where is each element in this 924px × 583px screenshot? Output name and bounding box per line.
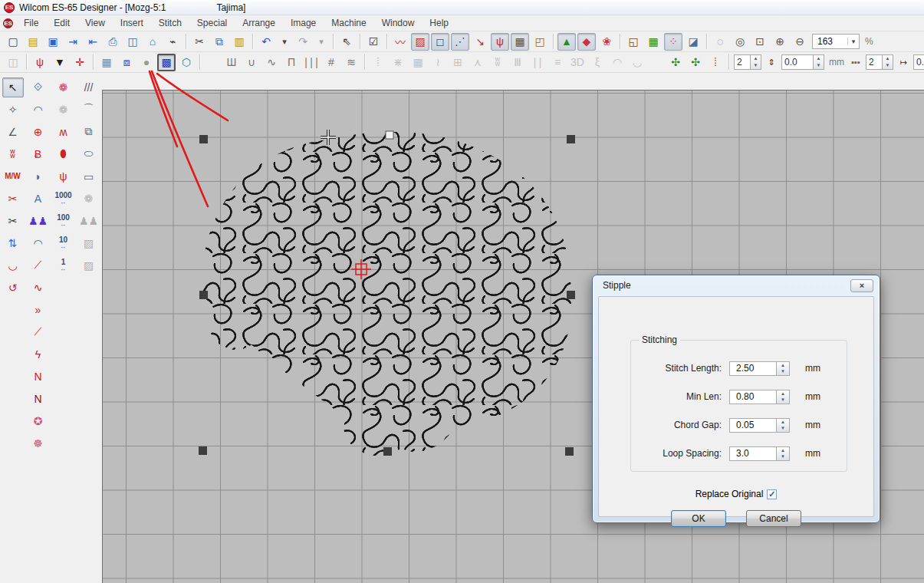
rotate-tool[interactable]: ↺	[2, 278, 24, 298]
fractal-fill[interactable]: ξ	[588, 54, 607, 71]
layer-count[interactable]: 2▲▼	[734, 54, 761, 70]
dialog-close-button[interactable]: ×	[850, 279, 873, 292]
select-object[interactable]: ⇖	[337, 33, 356, 51]
3d-warp[interactable]: 3D	[568, 54, 587, 71]
bean-stitch[interactable]: ⬮	[53, 144, 74, 164]
program-split[interactable]: ʬ	[488, 54, 507, 71]
stitch-length-spinner[interactable]: ▲▼	[777, 361, 790, 376]
print-preview[interactable]: ◫	[123, 33, 142, 51]
figures-disabled[interactable]: ♟♟	[78, 211, 100, 231]
print[interactable]: ⎙	[104, 33, 122, 51]
run-length[interactable]: 0.0▲▼	[913, 54, 924, 70]
chain-input[interactable]: ∿	[28, 278, 49, 298]
offset-outlines[interactable]: ⧈	[117, 54, 136, 71]
show-outlines[interactable]: ◻	[431, 33, 449, 51]
menu-arrange[interactable]: Arrange	[235, 16, 283, 30]
lattice-fill[interactable]: ⊞	[449, 54, 467, 71]
rectangle-tool[interactable]: ▭	[78, 166, 100, 186]
menu-stitch[interactable]: Stitch	[151, 16, 189, 30]
connect-machine[interactable]: ⌁	[163, 33, 182, 51]
show-threads[interactable]: 〰	[391, 33, 409, 51]
texture-1[interactable]: ▨	[78, 233, 100, 253]
loop-spacing-input[interactable]: 3.0	[729, 446, 777, 461]
texture-2[interactable]: ▨	[78, 255, 100, 275]
ok-button[interactable]: OK	[671, 510, 726, 527]
parallel-weave[interactable]: ///	[78, 77, 100, 97]
stitch-spacing[interactable]: 0.0▲▼	[781, 54, 824, 70]
show-hoop[interactable]: ◰	[531, 33, 549, 51]
menu-special[interactable]: Special	[189, 16, 235, 30]
min-len-input[interactable]: 0.80	[729, 390, 777, 404]
feather-stitch[interactable]: ⋏	[469, 54, 487, 71]
menu-view[interactable]: View	[77, 16, 113, 30]
remove-overlaps[interactable]: Ƀ	[28, 144, 49, 164]
zoom-1to1[interactable]: ◌	[711, 33, 729, 51]
line-reshape[interactable]: ⟋	[28, 255, 49, 275]
buttonhole-tool[interactable]: ✪	[28, 411, 49, 431]
fan-tool[interactable]: ◡	[2, 255, 24, 275]
grid-fill[interactable]: #	[322, 54, 340, 71]
selection-handle-mid-right[interactable]	[567, 291, 575, 299]
zoom-in[interactable]: ⊕	[771, 33, 789, 51]
stitch-ratio[interactable]: M/W	[2, 166, 24, 186]
save-design[interactable]: ▣	[44, 33, 62, 51]
run-line[interactable]: ⟋	[28, 322, 49, 342]
show-grid[interactable]: ▦	[511, 33, 529, 51]
write-to-card[interactable]: ⇤	[84, 33, 102, 51]
zoom-10[interactable]: 10↔	[53, 233, 74, 253]
line-fill[interactable]: ∣∣∣	[302, 54, 321, 71]
replace-original-checkbox[interactable]: ✓	[767, 489, 777, 499]
zigzag-line[interactable]: ϟ	[28, 344, 49, 364]
spinner-arrows[interactable]: ▲▼	[814, 54, 824, 70]
open-design[interactable]: ▤	[24, 33, 42, 51]
send-to-machine[interactable]: ⌂	[143, 33, 162, 51]
fancy-fill[interactable]: ⋇	[389, 54, 407, 71]
ring-fill[interactable]: ◡	[628, 54, 646, 71]
cut[interactable]: ✂	[190, 33, 209, 51]
radial-fill[interactable]: ☸	[28, 433, 49, 453]
select-tool[interactable]: ↖	[2, 77, 24, 97]
flexi-split[interactable]: Ⅲ	[508, 54, 527, 71]
triple-run[interactable]: »	[28, 300, 49, 320]
reshape-tool[interactable]: ⟐	[28, 77, 49, 97]
stitch-spacing-icon[interactable]: ⇕	[764, 54, 779, 71]
open-shape-tool[interactable]: ∠	[2, 122, 24, 142]
complex-fill[interactable]: ⧉	[78, 122, 100, 142]
show-needle-points[interactable]: ⋰	[451, 33, 469, 51]
selection-handle-bottom-left[interactable]	[199, 446, 207, 455]
redo-menu[interactable]: ▾	[314, 33, 329, 51]
morphing-b[interactable]: ✣	[686, 54, 705, 71]
menu-edit[interactable]: Edit	[46, 16, 77, 30]
zoom-box[interactable]: ⊡	[751, 33, 769, 51]
auto-apply-check[interactable]: ☑	[364, 33, 383, 51]
min-len-spinner[interactable]: ▲▼	[777, 390, 790, 404]
closed-shape[interactable]: ⬡	[177, 54, 196, 71]
contour-fill[interactable]: ≡	[548, 54, 567, 71]
selection-handle-bottom-center[interactable]	[383, 447, 392, 456]
ellipse-tool[interactable]: ⬭	[78, 144, 100, 164]
stitch-length-input[interactable]: 2.50	[729, 361, 777, 376]
applique-tool[interactable]: ◗	[28, 166, 49, 186]
hoop-layout[interactable]: ◫	[4, 54, 22, 71]
selection-handle-bottom-right[interactable]	[565, 447, 574, 456]
arc-parallel[interactable]: ⌒	[78, 100, 100, 120]
menu-help[interactable]: Help	[422, 16, 456, 30]
fork-spacing[interactable]: ψ	[53, 166, 74, 186]
show-stitches[interactable]: ▨	[411, 33, 429, 51]
zoom-100[interactable]: ◎	[731, 33, 749, 51]
menu-file[interactable]: File	[16, 16, 46, 30]
reshape-add-node[interactable]: ✛	[71, 54, 89, 71]
reinforce-stitch[interactable]: ▼	[51, 54, 69, 71]
show-vectors[interactable]: ❀	[597, 33, 616, 51]
scissors-fork[interactable]: ✂	[2, 211, 24, 231]
selection-handle-top-right[interactable]	[567, 135, 575, 143]
penetration-circle[interactable]: ⊕	[28, 122, 49, 142]
loop-spacing-spinner[interactable]: ▲▼	[777, 446, 790, 461]
design-properties[interactable]: ◪	[684, 33, 702, 51]
redo[interactable]: ↷	[294, 33, 312, 51]
elastic-menu[interactable]: ⁞	[706, 54, 725, 71]
show-connectors[interactable]: ↘	[471, 33, 489, 51]
reshape-dome[interactable]: ◠	[28, 100, 49, 120]
undo-menu[interactable]: ▾	[277, 33, 292, 51]
copy[interactable]: ⧉	[210, 33, 229, 51]
